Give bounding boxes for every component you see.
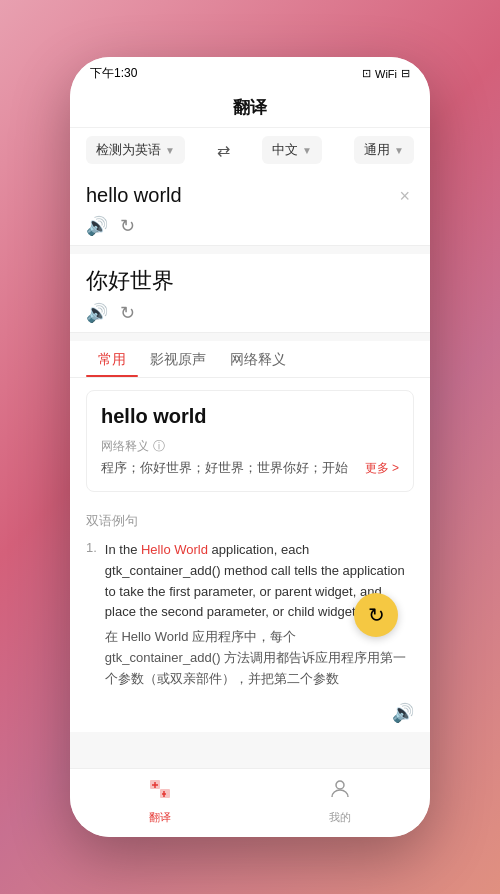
nav-translate-icon: [148, 777, 172, 807]
tabs-section: 常用 影视原声 网络释义 hello world 网络释义 ⓘ 程序；你好世界；…: [70, 341, 430, 732]
tab-common[interactable]: 常用: [86, 341, 138, 377]
info-icon: ⓘ: [153, 438, 165, 455]
output-copy-icon[interactable]: ↻: [120, 302, 135, 324]
example-zh: 在 Hello World 应用程序中，每个 gtk_container_add…: [105, 627, 414, 689]
source-lang-button[interactable]: 检测为英语 ▼: [86, 136, 185, 164]
refresh-icon: ↻: [368, 603, 385, 627]
examples-wrapper: 1. In the Hello World application, each …: [86, 540, 414, 690]
zh-example-speaker-icon[interactable]: 🔊: [392, 702, 414, 724]
signal-icon: ⊡: [362, 67, 371, 80]
target-lang-arrow-icon: ▼: [302, 145, 312, 156]
tab-network-label: 网络释义: [230, 351, 286, 367]
nav-mine-label: 我的: [329, 810, 351, 825]
output-speaker-icon[interactable]: 🔊: [86, 302, 108, 324]
target-lang-label: 中文: [272, 141, 298, 159]
input-section: hello world × 🔊 ↻: [70, 172, 430, 246]
examples-section: 双语例句 1. In the Hello World application, …: [70, 504, 430, 702]
app-title: 翻译: [233, 98, 267, 117]
lang-bar: 检测为英语 ▼ ⇄ 中文 ▼ 通用 ▼: [70, 128, 430, 172]
more-button[interactable]: 更多 >: [365, 460, 399, 477]
content-area: hello world × 🔊 ↻ 你好世界 🔊 ↻ 常用 影: [70, 172, 430, 768]
status-icons: ⊡ WiFi ⊟: [362, 67, 410, 80]
tab-media[interactable]: 影视原声: [138, 341, 218, 377]
nav-translate[interactable]: 翻译: [148, 777, 172, 825]
swap-lang-icon[interactable]: ⇄: [217, 141, 230, 160]
network-meaning-label: 网络释义 ⓘ: [101, 438, 399, 455]
example-number: 1.: [86, 540, 97, 690]
tab-media-label: 影视原声: [150, 351, 206, 367]
mode-button[interactable]: 通用 ▼: [354, 136, 414, 164]
status-time: 下午1:30: [90, 65, 137, 82]
definition-word: hello world: [101, 405, 399, 428]
tabs-row: 常用 影视原声 网络释义: [70, 341, 430, 378]
nav-mine[interactable]: 我的: [328, 777, 352, 825]
app-header: 翻译: [70, 86, 430, 128]
battery-icon: ⊟: [401, 67, 410, 80]
input-text[interactable]: hello world: [86, 184, 395, 207]
input-copy-icon[interactable]: ↻: [120, 215, 135, 237]
nav-translate-label: 翻译: [149, 810, 171, 825]
status-bar: 下午1:30 ⊡ WiFi ⊟: [70, 57, 430, 86]
mode-label: 通用: [364, 141, 390, 159]
tab-network[interactable]: 网络释义: [218, 341, 298, 377]
examples-label: 双语例句: [86, 512, 414, 530]
definition-meanings: 程序；你好世界；好世界；世界你好；开始: [101, 459, 365, 477]
nav-mine-icon: [328, 777, 352, 807]
target-lang-button[interactable]: 中文 ▼: [262, 136, 322, 164]
bottom-nav: 翻译 我的: [70, 768, 430, 837]
input-speaker-icon[interactable]: 🔊: [86, 215, 108, 237]
wifi-icon: WiFi: [375, 68, 397, 80]
refresh-fab-button[interactable]: ↻: [354, 593, 398, 637]
tab-common-label: 常用: [98, 351, 126, 367]
clear-button[interactable]: ×: [395, 184, 414, 209]
definition-card: hello world 网络释义 ⓘ 程序；你好世界；好世界；世界你好；开始 更…: [86, 390, 414, 492]
highlight-text: Hello World: [141, 542, 208, 557]
network-label-text: 网络释义: [101, 438, 149, 455]
svg-point-2: [336, 781, 344, 789]
output-text: 你好世界: [86, 266, 414, 296]
output-section: 你好世界 🔊 ↻: [70, 254, 430, 333]
source-lang-label: 检测为英语: [96, 141, 161, 159]
mode-arrow-icon: ▼: [394, 145, 404, 156]
source-lang-arrow-icon: ▼: [165, 145, 175, 156]
